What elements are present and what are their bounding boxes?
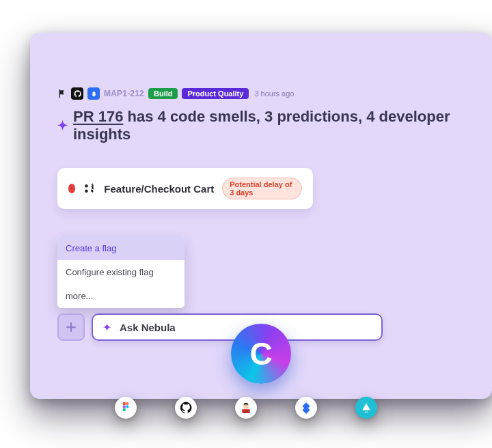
tray-teal-app[interactable]: [355, 397, 377, 419]
menu-item-configure-flag[interactable]: Configure existing flag: [57, 260, 184, 284]
headline: ✦ PR 176 has 4 code smells, 3 prediction…: [57, 108, 473, 143]
sparkle-icon: ✦: [102, 321, 111, 334]
tray-jira[interactable]: [295, 397, 317, 419]
build-pill: Build: [148, 88, 178, 99]
pull-request-icon: [83, 182, 96, 195]
menu-item-more[interactable]: more...: [57, 284, 184, 308]
status-dot-icon: [68, 184, 75, 193]
menu-item-create-flag[interactable]: Create a flag: [57, 236, 184, 260]
add-button[interactable]: [57, 313, 85, 341]
ticket-id[interactable]: MAP1-212: [104, 89, 144, 98]
github-icon[interactable]: [71, 87, 83, 100]
logo-letter: C: [249, 335, 272, 372]
insights-card: MAP1-212 Build Product Quality 3 hours a…: [30, 33, 492, 399]
delay-badge: Potential delay of 3 days: [222, 178, 302, 199]
headline-text: has 4 code smells, 3 predictions, 4 deve…: [73, 108, 450, 143]
svg-point-1: [126, 402, 129, 406]
meta-row: MAP1-212 Build Product Quality 3 hours a…: [57, 87, 473, 100]
integration-tray: [115, 397, 377, 419]
brand-logo: C: [231, 324, 291, 384]
svg-point-3: [126, 405, 129, 408]
svg-point-4: [123, 408, 126, 412]
feature-card[interactable]: Feature/Checkout Cart Potential delay of…: [57, 168, 313, 209]
action-menu: Create a flag Configure existing flag mo…: [57, 236, 184, 308]
sparkle-icon: ✦: [57, 118, 68, 133]
feature-name: Feature/Checkout Cart: [104, 183, 214, 195]
jira-icon[interactable]: [87, 87, 100, 100]
svg-point-2: [123, 405, 126, 408]
tray-jenkins[interactable]: [235, 397, 257, 419]
ask-placeholder: Ask Nebula: [120, 322, 176, 333]
svg-point-0: [123, 402, 126, 406]
pr-link[interactable]: PR 176: [73, 108, 123, 125]
timestamp: 3 hours ago: [254, 89, 294, 98]
tray-github[interactable]: [175, 397, 197, 419]
flag-icon: [57, 89, 67, 98]
quality-pill: Product Quality: [182, 88, 249, 99]
tray-figma[interactable]: [115, 397, 137, 419]
